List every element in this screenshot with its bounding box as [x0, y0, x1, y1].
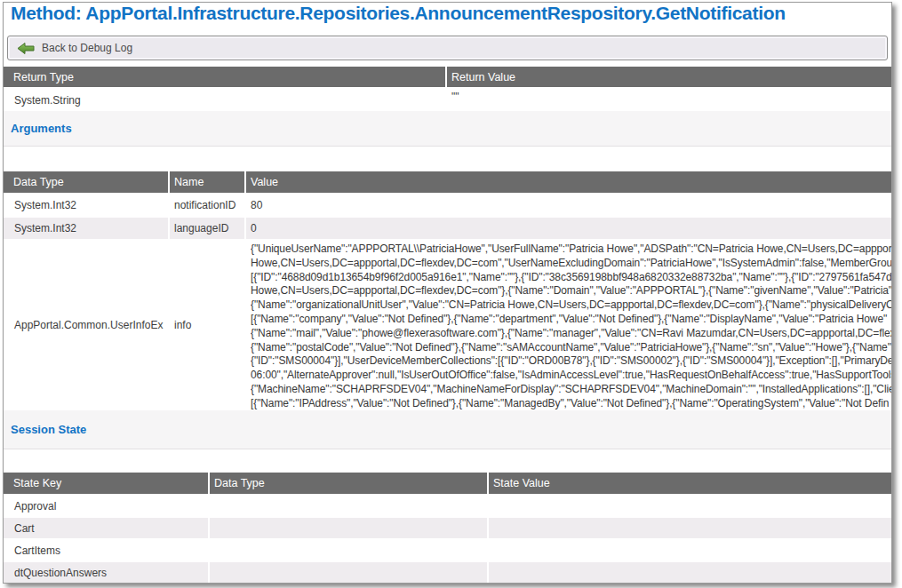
return-type-cell: System.String — [4, 89, 445, 111]
arg-row-value: 0 — [246, 218, 891, 239]
state-row-value — [489, 496, 891, 516]
state-value-header: State Value — [489, 473, 891, 494]
state-row-datatype — [210, 496, 487, 516]
userinfo-json-text: {"UniqueUserName":"APPPORTAL\\PatriciaHo… — [251, 242, 891, 409]
state-datatype-header: Data Type — [210, 473, 487, 494]
return-table: Return Type Return Value System.String "… — [4, 67, 891, 111]
state-row-datatype — [210, 540, 487, 560]
arg-row-value: 80 — [246, 195, 891, 216]
arg-row-name: notificationID — [170, 195, 244, 216]
arg-datatype-header: Data Type — [4, 171, 168, 193]
debug-method-detail-panel: Method: AppPortal.Infrastructure.Reposit… — [3, 2, 892, 584]
state-row-value — [489, 518, 891, 538]
arg-row-name: languageID — [170, 218, 244, 239]
session-state-table: State Key Data Type State Value Approval… — [4, 473, 891, 583]
back-button-label: Back to Debug Log — [42, 42, 132, 54]
return-type-header: Return Type — [4, 67, 445, 87]
state-row-key: Approval — [4, 496, 208, 516]
state-key-header: State Key — [4, 473, 208, 494]
arguments-table: Data Type Name Value System.Int32 notifi… — [4, 171, 891, 409]
page-title: Method: AppPortal.Infrastructure.Reposit… — [11, 3, 886, 24]
session-state-heading: Session State — [4, 423, 86, 436]
arg-row-datatype: System.Int32 — [4, 195, 168, 216]
state-row-datatype — [210, 518, 487, 538]
arguments-heading: Arguments — [4, 122, 72, 135]
state-row-datatype — [210, 562, 487, 583]
back-to-debug-log-button[interactable]: Back to Debug Log — [7, 36, 888, 60]
arg-row-datatype: System.Int32 — [4, 218, 168, 239]
state-row-value — [489, 562, 891, 583]
state-row-key: dtQuestionAnswers — [4, 562, 208, 583]
arguments-section-band: Arguments — [4, 111, 891, 147]
session-state-section-band: Session State — [4, 410, 891, 449]
arg-value-header: Value — [246, 171, 891, 193]
return-value-cell: "" — [447, 89, 891, 111]
return-value-header: Return Value — [447, 67, 891, 87]
back-arrow-icon — [17, 42, 35, 55]
arg-row-name: info — [170, 241, 244, 409]
state-row-key: Cart — [4, 518, 208, 538]
state-row-value — [489, 540, 891, 560]
arg-row-value-json: {"UniqueUserName":"APPPORTAL\\PatriciaHo… — [246, 241, 891, 409]
arg-row-datatype: AppPortal.Common.UserInfoEx — [4, 241, 168, 409]
arg-name-header: Name — [170, 171, 244, 193]
state-row-key: CartItems — [4, 540, 208, 560]
